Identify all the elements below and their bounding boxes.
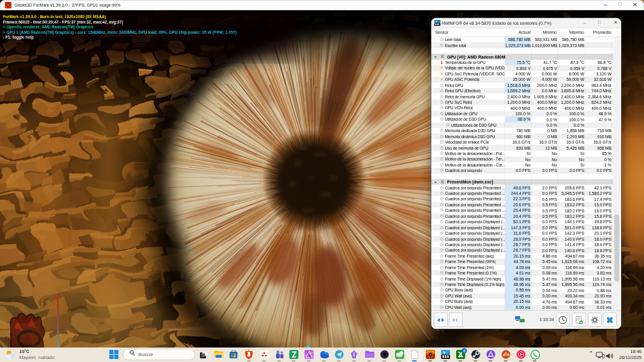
svg-text:In: In: [436, 21, 437, 23]
svg-text:In: In: [443, 351, 445, 354]
